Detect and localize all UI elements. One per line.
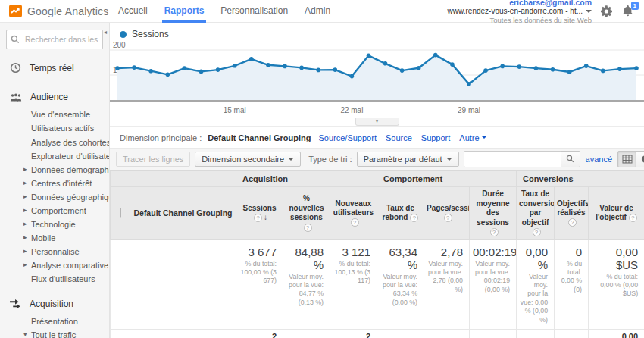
sidebar-item-comportement[interactable]: ▸Comportement	[0, 204, 109, 218]
help-icon[interactable]: ?	[410, 214, 418, 222]
table-view-button[interactable]	[617, 151, 636, 167]
table-filter-input[interactable]	[464, 151, 561, 167]
help-icon[interactable]: ?	[629, 214, 637, 222]
column-header-dimension[interactable]: Default Channel Grouping	[130, 187, 236, 240]
column-header-duree-moyenne-des-sessions[interactable]: Durée moyenne des sessions?	[470, 187, 517, 240]
sidebar-item-presentation[interactable]: Présentation	[0, 315, 109, 328]
sessions-timeseries-chart: 10020015 mai22 mai29 mai	[110, 41, 644, 120]
help-icon[interactable]: ?	[444, 214, 452, 222]
header-right: ericbarse@gmail.com www.rendez-vous-en-a…	[448, 0, 644, 25]
select-all-checkbox[interactable]	[120, 208, 121, 218]
metric-cell-taux-de-conversion-par-objectif: 0,00 %	[517, 330, 555, 338]
sidebar-item-utilisateurs-actifs[interactable]: Utilisateurs actifs	[0, 121, 109, 135]
column-header-nouveaux-utilisateurs[interactable]: Nouveaux utilisateurs?	[330, 187, 377, 240]
secondary-dimension-dropdown[interactable]: Dimension secondaire	[195, 152, 301, 167]
sidebar-item-analyse-des-cohortes[interactable]: Analyse des cohortesBÊTA	[0, 135, 109, 149]
google-analytics-app: Google Analytics AccueilRapportsPersonna…	[0, 0, 644, 338]
search-icon	[11, 35, 20, 44]
svg-text:29 mai: 29 mai	[458, 106, 480, 114]
main-content: Sessions 10020015 mai22 mai29 mai ▾ Dime…	[110, 23, 644, 338]
notification-count-badge: 1	[631, 2, 639, 10]
svg-text:200: 200	[113, 41, 126, 49]
view-toggle-group: abc	[617, 151, 644, 167]
sidebar-item-centres-d-interet[interactable]: ▸Centres d'intérêt	[0, 177, 109, 190]
totals-cell-pages-session: 2,78Valeur moy. pour la vue: 2,78 (0,00 …	[424, 239, 470, 330]
sessions-legend-dot-icon	[120, 31, 127, 38]
group-header-empty	[111, 171, 236, 187]
column-header-pages-session[interactable]: Pages/session?	[424, 187, 470, 240]
nav-accueil[interactable]: Accueil	[110, 0, 156, 23]
column-header-taux-de-conversion-par-objectif[interactable]: Taux de conversion par objectif?	[517, 187, 555, 240]
sidebar-nav: Temps réelAudienceVue d'ensembleUtilisat…	[0, 57, 109, 338]
group-header-acquisition: Acquisition	[236, 171, 377, 187]
metric-cell-taux-de-rebond: 59,52 %	[377, 330, 424, 338]
group-header-conversions: Conversions	[517, 171, 644, 187]
help-icon[interactable]: ?	[490, 228, 499, 236]
product-name: Google Analytics	[27, 5, 108, 17]
clock-icon	[10, 62, 21, 74]
column-header-taux-de-rebond[interactable]: Taux de rebond?	[377, 187, 424, 240]
help-icon[interactable]: ?	[304, 224, 312, 232]
dimension-option-default-channel-grouping[interactable]: Default Channel Grouping	[208, 133, 311, 142]
nav-admin[interactable]: Admin	[296, 0, 339, 23]
advanced-filter-link[interactable]: avancé	[586, 155, 612, 164]
expand-arrow-icon: ▸	[23, 165, 27, 173]
column-header-sessions[interactable]: Sessions?↓	[236, 187, 283, 240]
metric-cell-sessions: 2 848(77,45 %)	[236, 330, 283, 338]
help-icon[interactable]: ?	[533, 228, 541, 236]
totals-cell-sessions: 3 677% du total: 100,00 % (3 677)	[236, 239, 283, 330]
dimension-option-source-support[interactable]: Source/Support	[319, 133, 377, 142]
metric-cell-nouveaux-utilisateurs: 2 386(76,45 %)	[330, 330, 377, 338]
expand-arrow-icon: ▸	[23, 192, 27, 200]
percentage-view-button[interactable]	[636, 151, 644, 167]
sidebar-section-acquisition[interactable]: Acquisition	[0, 293, 109, 315]
column-header-nouvelles-sessions[interactable]: % nouvelles sessions?	[283, 187, 330, 240]
sidebar-item-mobile[interactable]: ▸Mobile	[0, 231, 109, 245]
chevron-down-icon	[586, 10, 592, 16]
expand-arrow-icon: ▸	[23, 261, 27, 268]
sort-type-dropdown[interactable]: Paramètre par défaut	[357, 152, 459, 167]
settings-gear-icon[interactable]	[601, 5, 613, 17]
sidebar-item-vue-d-ensemble[interactable]: Vue d'ensemble	[0, 108, 109, 121]
table-filter-search-button[interactable]	[561, 151, 580, 167]
row-checkbox-cell	[111, 330, 130, 338]
column-header-valeur-de-l-objectif[interactable]: Valeur de l'objectif?	[589, 187, 644, 240]
chevron-down-icon	[482, 136, 486, 141]
sidebar-item-flux-d-utilisateurs[interactable]: Flux d'utilisateurs	[0, 272, 109, 286]
totals-cell-valeur-de-l-objectif: 0,00 $US% du total: 0,00 % (0,00 $US)	[589, 239, 644, 330]
dimension-option-autre[interactable]: Autre	[459, 133, 486, 142]
expand-arrow-icon: ▸	[23, 247, 27, 255]
plot-rows-button[interactable]: Tracer les lignes	[116, 152, 190, 167]
account-info[interactable]: ericbarse@gmail.com www.rendez-vous-en-a…	[448, 0, 592, 25]
sidebar-item-analyse-comparative[interactable]: ▸Analyse comparative	[0, 258, 109, 272]
dimension-option-support[interactable]: Support	[421, 133, 451, 142]
svg-text:22 mai: 22 mai	[340, 106, 363, 114]
report-search-input[interactable]	[6, 30, 103, 49]
totals-cell-objectifs-realises: 0% du total: 0,00 % (0)	[555, 239, 589, 330]
sidebar-section-audience[interactable]: Audience	[0, 86, 109, 108]
sidebar: ◂ Temps réelAudienceVue d'ensembleUtilis…	[0, 23, 110, 338]
sidebar-item-technologie[interactable]: ▸Technologie	[0, 218, 109, 231]
report-toolbar: Tracer les lignes Dimension secondaire T…	[110, 148, 644, 171]
nav-rapports[interactable]: Rapports	[156, 0, 213, 23]
sidebar-section-temps-reel[interactable]: Temps réel	[0, 57, 109, 79]
help-icon[interactable]: ?	[254, 214, 262, 222]
sidebar-item-donnees-demographiques[interactable]: ▸Données démographiques	[0, 163, 109, 177]
sidebar-item-tout-le-trafic[interactable]: ▾Tout le trafic	[0, 328, 109, 338]
notifications-bell-icon[interactable]: 1	[622, 5, 633, 17]
analytics-logo-icon	[9, 5, 22, 17]
sidebar-item-personnalise[interactable]: ▸Personnalisé	[0, 245, 109, 258]
google-analytics-logo[interactable]: Google Analytics	[0, 5, 110, 17]
expand-arrow-icon: ▸	[23, 179, 27, 186]
help-icon[interactable]: ?	[568, 218, 577, 227]
sidebar-collapse-arrow-icon[interactable]: ◂	[104, 29, 107, 36]
sidebar-item-donnees-geographiques[interactable]: ▸Données géographiques	[0, 190, 109, 204]
help-icon[interactable]: ?	[351, 218, 359, 227]
nav-personnalisation[interactable]: Personnalisation	[212, 0, 296, 23]
totals-cell-taux-de-conversion-par-objectif: 0,00 %Valeur moy. pour la vue: 0,00 % (0…	[517, 239, 555, 330]
column-header-objectifs-realises[interactable]: Objectifs réalisés?	[555, 187, 589, 240]
sidebar-item-explorateur-d-utilisateurs[interactable]: Explorateur d'utilisateurs	[0, 149, 109, 163]
totals-cell-duree-moyenne-des-sessions: 00:02:19Valeur moy. pour la vue: 00:02:1…	[470, 239, 517, 330]
top-header: Google Analytics AccueilRapportsPersonna…	[0, 0, 644, 23]
dimension-option-source[interactable]: Source	[386, 133, 412, 142]
